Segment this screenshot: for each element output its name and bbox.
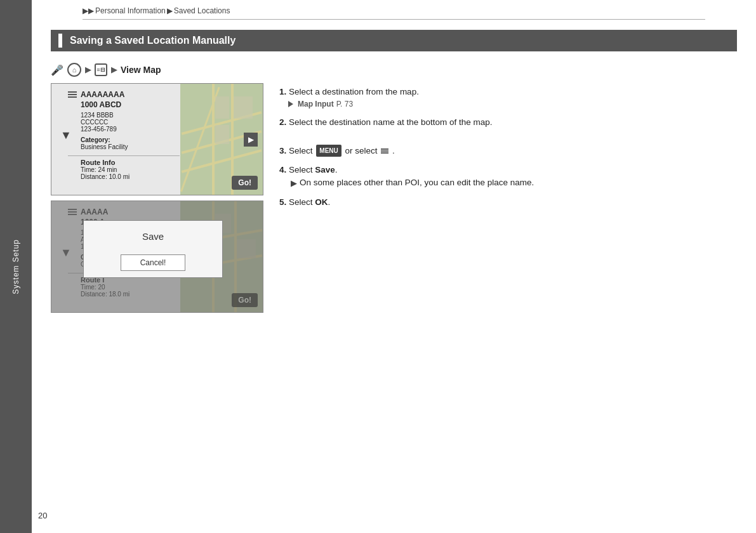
step5-text: Select xyxy=(289,197,313,207)
screen1-subtitle: 1000 ABCD xyxy=(68,100,180,109)
screen1-route-title: Route Info xyxy=(81,159,180,166)
nav-arrow1: ▶ xyxy=(85,65,91,74)
step4-num: 4. xyxy=(279,165,286,174)
nav-arrow2: ▶ xyxy=(111,65,117,74)
nav-icons-row: 🎤 ⌂ ▶ ≡⊟ ▶ View Map xyxy=(44,59,743,83)
section-title: Saving a Saved Location Manually xyxy=(70,35,235,46)
page-number: 20 xyxy=(38,511,47,520)
breadcrumb: ▶▶ Personal Information ▶ Saved Location… xyxy=(44,0,743,19)
modal-save-label: Save xyxy=(90,231,216,242)
section-bar xyxy=(58,34,62,48)
step3-text: Select xyxy=(289,146,313,155)
menu-badge: MENU xyxy=(316,145,341,157)
screen1-route: Route Info Time: 24 min Distance: 10.0 m… xyxy=(68,155,180,180)
breadcrumb-part1: Personal Information xyxy=(95,6,166,15)
go-btn1[interactable]: Go! xyxy=(232,176,258,190)
step4: 4. Select Save. ▶ On some places other t… xyxy=(279,164,737,190)
step2: 2. Select the destination name at the bo… xyxy=(279,116,737,129)
modal-cancel-btn[interactable]: Cancel! xyxy=(121,254,186,271)
screen1-category: Category: Business Facility xyxy=(68,136,180,150)
step1-ref: Map Input P. 73 xyxy=(279,98,737,110)
nav-label: View Map xyxy=(121,65,161,75)
breadcrumb-divider xyxy=(83,19,705,20)
screen1-route-time: Time: 24 min xyxy=(81,166,180,173)
step1-ref-page: P. 73 xyxy=(336,98,353,110)
phone-icon: 🎤 xyxy=(51,64,63,76)
step4-text: Select xyxy=(289,165,313,174)
steps-list: 1. Select a destination from the map. Ma… xyxy=(279,86,737,209)
screen1-route-dist: Distance: 10.0 mi xyxy=(81,173,180,180)
home-icon: ⌂ xyxy=(67,63,81,77)
screen1-cat-label: Category: xyxy=(81,136,110,143)
screen1-line3: 123-456-789 xyxy=(68,126,180,133)
scroll-down-icon1: ▼ xyxy=(60,129,72,142)
instructions-col: 1. Select a destination from the map. Ma… xyxy=(279,83,737,318)
step5-num: 5. xyxy=(279,197,286,207)
step1-text: Select a destination from the map. xyxy=(289,87,419,96)
screen2: AAAAA 1000 A 1234 AAA AAAAA 1234-567 ▼ C… xyxy=(51,201,263,313)
screen1-left: AAAAAAAA 1000 ABCD 1234 BBBB CCCCCC 123-… xyxy=(56,88,183,183)
sidebar-label: System Setup xyxy=(11,239,20,294)
step2-num: 2. xyxy=(279,117,286,127)
screen1-content: AAAAAAAA 1000 ABCD 1234 BBBB CCCCCC 123-… xyxy=(51,84,263,195)
settings-icon: ≡⊟ xyxy=(95,63,107,76)
screen1-title: AAAAAAAA xyxy=(81,90,124,99)
screen1-cat-value: Business Facility xyxy=(81,143,128,150)
screen2-content: AAAAA 1000 A 1234 AAA AAAAA 1234-567 ▼ C… xyxy=(51,201,263,312)
content-area: AAAAAAAA 1000 ABCD 1234 BBBB CCCCCC 123-… xyxy=(44,83,743,318)
step4-sub-arrow: ▶ xyxy=(291,177,297,190)
save-modal: Save Cancel! xyxy=(83,220,223,278)
step1-num: 1. xyxy=(279,87,286,96)
step3: 3. Select MENU or select . xyxy=(279,145,737,157)
hamburger-icon1 xyxy=(68,91,77,98)
list-icon xyxy=(381,148,388,154)
step4-bold: Save xyxy=(315,165,335,174)
step1-ref-arrow-icon xyxy=(288,101,293,107)
step2-text: Select the destination name at the botto… xyxy=(289,117,492,127)
screen1-line2: CCCCCC xyxy=(68,119,180,126)
step5-bold: OK xyxy=(315,197,328,207)
step4-sub-text: On some places other than POI, you can e… xyxy=(300,176,534,189)
screen1: AAAAAAAA 1000 ABCD 1234 BBBB CCCCCC 123-… xyxy=(51,83,263,195)
breadcrumb-part2: Saved Locations xyxy=(174,6,230,15)
step4-subbullet: ▶ On some places other than POI, you can… xyxy=(279,176,737,190)
screen1-line1: 1234 BBBB xyxy=(68,112,180,119)
step5: 5. Select OK. xyxy=(279,196,737,209)
screenshots-col: AAAAAAAA 1000 ABCD 1234 BBBB CCCCCC 123-… xyxy=(51,83,267,318)
step3-or: or select xyxy=(345,146,378,155)
play-btn1[interactable]: ▶ xyxy=(244,133,258,147)
breadcrumb-sep1: ▶ xyxy=(167,6,173,15)
section-header: Saving a Saved Location Manually xyxy=(51,30,737,51)
step3-num: 3. xyxy=(279,146,286,155)
step1-ref-text: Map Input xyxy=(298,98,334,110)
step1: 1. Select a destination from the map. Ma… xyxy=(279,86,737,110)
breadcrumb-arrows: ▶▶ xyxy=(83,6,94,15)
sidebar: System Setup xyxy=(0,0,32,533)
